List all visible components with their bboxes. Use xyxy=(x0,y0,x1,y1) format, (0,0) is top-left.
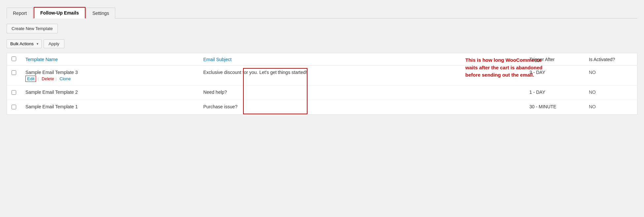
row-3-template-name-cell: Sample Email Template 3 Edit | Delete | … xyxy=(21,66,199,86)
bulk-actions-row: Bulk Actions Apply xyxy=(7,39,637,48)
table-header-row: Template Name Email Subject Trigger Afte… xyxy=(7,53,637,66)
row-checkbox-3 xyxy=(7,66,21,86)
row-3-actions: Edit | Delete | Clone xyxy=(25,76,194,81)
tab-follow-up-emails[interactable]: Follow-Up Emails xyxy=(34,7,86,18)
row-3-template-name: Sample Email Template 3 xyxy=(25,70,194,75)
toolbar: Create New Template xyxy=(7,24,637,33)
bulk-actions-select[interactable]: Bulk Actions xyxy=(7,39,42,48)
table-row: Sample Email Template 2 Need help? 1 - D… xyxy=(7,86,637,100)
row-3-checkbox[interactable] xyxy=(12,70,16,75)
tab-report[interactable]: Report xyxy=(7,8,33,18)
row-2-email-subject: Need help? xyxy=(203,90,227,95)
row-2-trigger-after: 1 - DAY xyxy=(529,90,545,95)
row-2-is-activated-cell: NO xyxy=(584,86,637,100)
row-2-trigger-after-cell: 1 - DAY xyxy=(525,86,584,100)
bulk-actions-wrapper: Bulk Actions xyxy=(7,39,42,48)
row-3-trigger-after-cell: 3 - DAY xyxy=(525,66,584,86)
row-1-template-name: Sample Email Template 1 xyxy=(25,104,194,109)
templates-table: Template Name Email Subject Trigger Afte… xyxy=(7,53,637,114)
row-2-is-activated: NO xyxy=(589,90,596,95)
col-header-email-subject[interactable]: Email Subject xyxy=(199,53,525,66)
row-2-template-name: Sample Email Template 2 xyxy=(25,90,194,95)
row-checkbox-2 xyxy=(7,86,21,100)
row-3-is-activated: NO xyxy=(589,70,596,75)
row-3-email-subject: Exclusive discount for you. Let's get th… xyxy=(203,70,307,75)
apply-button[interactable]: Apply xyxy=(44,39,64,48)
row-1-email-subject: Purchase issue? xyxy=(203,104,238,109)
row-3-edit-link[interactable]: Edit xyxy=(25,76,36,82)
table-row: Sample Email Template 3 Edit | Delete | … xyxy=(7,66,637,86)
col-header-checkbox xyxy=(7,53,21,66)
row-1-is-activated: NO xyxy=(589,104,596,109)
col-header-is-activated: Is Activated? xyxy=(584,53,637,66)
col-header-template-name[interactable]: Template Name xyxy=(21,53,199,66)
row-3-email-subject-cell: Exclusive discount for you. Let's get th… xyxy=(199,66,525,86)
create-new-template-button[interactable]: Create New Template xyxy=(7,24,58,33)
row-checkbox-1 xyxy=(7,100,21,115)
page-container: Report Follow-Up Emails Settings Create … xyxy=(0,0,644,217)
row-2-template-name-cell: Sample Email Template 2 xyxy=(21,86,199,100)
row-1-is-activated-cell: NO xyxy=(584,100,637,115)
row-1-trigger-after-cell: 30 - MINUTE xyxy=(525,100,584,115)
row-2-checkbox[interactable] xyxy=(12,90,16,95)
row-3-trigger-after: 3 - DAY xyxy=(529,70,545,75)
col-header-trigger-after: Trigger After xyxy=(525,53,584,66)
row-1-checkbox[interactable] xyxy=(12,105,16,109)
row-3-delete-link[interactable]: Delete xyxy=(42,76,54,81)
tab-settings[interactable]: Settings xyxy=(86,8,116,18)
select-all-checkbox[interactable] xyxy=(12,56,16,61)
tabs-bar: Report Follow-Up Emails Settings xyxy=(7,7,637,18)
table-wrapper: Template Name Email Subject Trigger Afte… xyxy=(7,53,637,114)
row-3-is-activated-cell: NO xyxy=(584,66,637,86)
table-row: Sample Email Template 1 Purchase issue? … xyxy=(7,100,637,115)
main-content: This is how long WooCommerce waits after… xyxy=(7,53,637,115)
row-1-email-subject-cell: Purchase issue? xyxy=(199,100,525,115)
row-1-template-name-cell: Sample Email Template 1 xyxy=(21,100,199,115)
row-3-clone-link[interactable]: Clone xyxy=(59,76,71,81)
row-1-trigger-after: 30 - MINUTE xyxy=(529,104,556,109)
row-2-email-subject-cell: Need help? xyxy=(199,86,525,100)
